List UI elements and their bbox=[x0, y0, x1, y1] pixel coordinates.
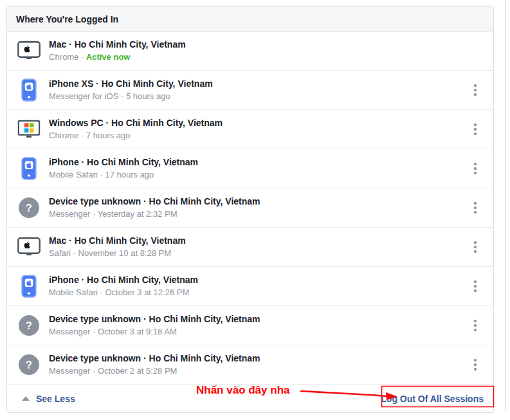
kebab-menu-icon[interactable] bbox=[470, 237, 480, 257]
unknown-device-icon: ? bbox=[16, 197, 42, 218]
iphone-device-icon bbox=[16, 275, 42, 298]
session-title: iPhone · Ho Chi Minh City, Vietnam bbox=[49, 156, 470, 169]
session-subtitle: Chrome · Active now bbox=[49, 51, 470, 63]
svg-text:?: ? bbox=[26, 360, 32, 370]
windows-device-icon bbox=[16, 120, 42, 139]
session-subtitle: Mobile Safari · October 3 at 12:26 PM bbox=[49, 287, 470, 298]
session-title: Mac · Ho Chi Minh City, Vietnam bbox=[49, 235, 470, 247]
kebab-menu-icon[interactable] bbox=[470, 198, 480, 217]
mac-device-icon bbox=[16, 237, 42, 257]
kebab-menu-icon[interactable] bbox=[470, 316, 480, 335]
session-subtitle: Messenger · Yesterday at 2:32 PM bbox=[49, 208, 470, 220]
log-out-all-sessions-button[interactable]: Log Out Of All Sessions bbox=[381, 394, 484, 404]
session-title: Device type unknown · Ho Chi Minh City, … bbox=[49, 352, 470, 365]
session-title: Device type unknown · Ho Chi Minh City, … bbox=[49, 313, 470, 325]
svg-text:?: ? bbox=[26, 203, 32, 214]
see-less-link[interactable]: See Less bbox=[16, 394, 75, 404]
kebab-menu-icon[interactable] bbox=[470, 355, 480, 374]
session-subtitle: Chrome · 7 hours ago bbox=[49, 130, 470, 142]
annotation-text: Nhấn vào đây nha bbox=[196, 383, 289, 397]
session-row: ? Device type unknown · Ho Chi Minh City… bbox=[7, 345, 493, 384]
iphone-device-icon bbox=[16, 78, 42, 102]
caret-up-icon bbox=[22, 396, 30, 401]
session-row: iPhone XS · Ho Chi Minh City, Vietnam Me… bbox=[7, 70, 493, 109]
kebab-menu-icon[interactable] bbox=[470, 277, 480, 296]
session-row: Mac · Ho Chi Minh City, Vietnam Chrome ·… bbox=[7, 32, 493, 70]
session-row: Windows PC · Ho Chi Minh City, Vietnam C… bbox=[7, 109, 493, 149]
see-less-label: See Less bbox=[36, 394, 75, 404]
where-logged-in-panel: Where You're Logged In Mac · Ho Chi Minh… bbox=[6, 6, 494, 413]
session-subtitle: Messenger for iOS · 5 hours ago bbox=[49, 91, 470, 102]
session-subtitle: Mobile Safari · 17 hours ago bbox=[49, 169, 470, 181]
unknown-device-icon: ? bbox=[16, 354, 42, 375]
kebab-menu-icon[interactable] bbox=[470, 80, 480, 100]
session-title: Mac · Ho Chi Minh City, Vietnam bbox=[49, 39, 470, 51]
session-row: ? Device type unknown · Ho Chi Minh City… bbox=[7, 306, 493, 345]
kebab-menu-icon[interactable] bbox=[470, 159, 480, 178]
panel-title: Where You're Logged In bbox=[16, 14, 118, 24]
unknown-device-icon: ? bbox=[16, 315, 42, 336]
kebab-menu-icon[interactable] bbox=[470, 120, 480, 139]
panel-header: Where You're Logged In bbox=[7, 7, 493, 32]
session-list: Mac · Ho Chi Minh City, Vietnam Chrome ·… bbox=[7, 32, 493, 384]
session-title: Device type unknown · Ho Chi Minh City, … bbox=[49, 196, 470, 208]
session-title: iPhone XS · Ho Chi Minh City, Vietnam bbox=[49, 78, 470, 90]
session-row: iPhone · Ho Chi Minh City, Vietnam Mobil… bbox=[7, 266, 493, 306]
session-row: Mac · Ho Chi Minh City, Vietnam Safari ·… bbox=[7, 227, 493, 266]
session-subtitle: Safari · November 10 at 8:28 PM bbox=[49, 248, 470, 259]
session-subtitle: Messenger · October 3 at 9:18 AM bbox=[49, 326, 470, 338]
svg-text:?: ? bbox=[26, 320, 32, 331]
page-column-divider bbox=[505, 0, 506, 411]
iphone-device-icon bbox=[16, 157, 42, 180]
session-subtitle: Messenger · October 2 at 5:28 PM bbox=[49, 365, 470, 377]
session-row: iPhone · Ho Chi Minh City, Vietnam Mobil… bbox=[7, 149, 493, 188]
session-title: iPhone · Ho Chi Minh City, Vietnam bbox=[49, 274, 470, 286]
mac-device-icon bbox=[16, 41, 42, 60]
session-row: ? Device type unknown · Ho Chi Minh City… bbox=[7, 188, 493, 227]
session-title: Windows PC · Ho Chi Minh City, Vietnam bbox=[49, 117, 470, 129]
